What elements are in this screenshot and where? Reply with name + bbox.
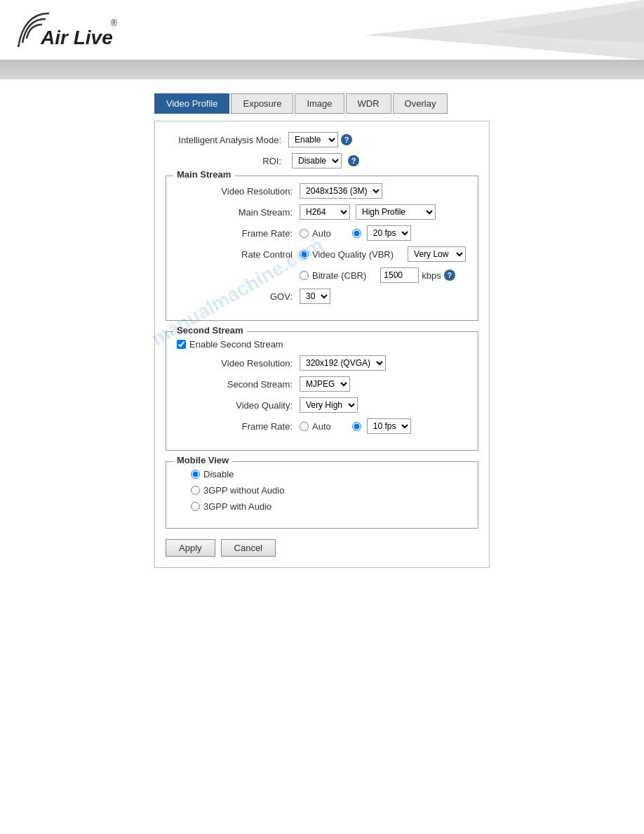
roi-select[interactable]: Disable Enable bbox=[292, 153, 342, 168]
second-stream-codec-row: Second Stream: MJPEG H264 H265 bbox=[177, 376, 467, 392]
rate-control-vbr-row: Rate Control Video Quality (VBR) Very Lo… bbox=[177, 246, 467, 262]
tab-exposure[interactable]: Exposure bbox=[231, 93, 293, 114]
main-frame-rate-auto-label: Auto bbox=[312, 228, 331, 239]
rate-control-label: Rate Control bbox=[177, 249, 300, 260]
bitrate-unit: kbps bbox=[422, 270, 441, 281]
bitrate-help-icon[interactable]: ? bbox=[444, 270, 455, 281]
main-frame-rate-fps-select[interactable]: 1 fps 5 fps 10 fps 15 fps 20 fps 25 fps … bbox=[367, 225, 411, 241]
roi-row: ROI: Disable Enable ? bbox=[166, 153, 478, 168]
tab-overlay[interactable]: Overlay bbox=[393, 93, 448, 114]
second-video-resolution-label: Video Resolution: bbox=[177, 358, 300, 369]
second-video-resolution-row: Video Resolution: 320x192 (QVGA) 640x480… bbox=[177, 355, 467, 371]
roi-help-icon[interactable]: ? bbox=[348, 155, 359, 166]
action-buttons: Apply Cancel bbox=[166, 539, 478, 557]
second-frame-rate-auto-label: Auto bbox=[312, 421, 331, 432]
second-stream-title: Second Stream bbox=[173, 325, 247, 336]
main-video-resolution-label: Video Resolution: bbox=[177, 186, 300, 197]
main-content: Intelligent Analysis Mode: Enable Disabl… bbox=[0, 114, 644, 600]
main-video-resolution-row: Video Resolution: 2048x1536 (3M) 1920x10… bbox=[177, 183, 467, 199]
main-video-resolution-select[interactable]: 2048x1536 (3M) 1920x1080 (2M) 1280x720 (… bbox=[300, 183, 382, 199]
intelligent-analysis-label: Intelligent Analysis Mode: bbox=[166, 135, 288, 145]
second-video-resolution-select[interactable]: 320x192 (QVGA) 640x480 (VGA) 1280x720 (1… bbox=[300, 355, 386, 371]
mobile-3gpp-no-audio-label: 3GPP without Audio bbox=[203, 485, 284, 496]
intelligent-analysis-select[interactable]: Enable Disable bbox=[288, 132, 338, 147]
tab-navigation: Video Profile Exposure Image WDR Overlay bbox=[0, 79, 644, 114]
second-video-quality-label: Video Quality: bbox=[177, 400, 300, 411]
main-stream-label: Main Stream: bbox=[177, 207, 300, 218]
main-stream-section: Main Stream Video Resolution: 2048x1536 … bbox=[166, 176, 478, 321]
apply-button[interactable]: Apply bbox=[166, 539, 215, 557]
main-frame-rate-auto-radio[interactable] bbox=[300, 229, 309, 238]
second-stream-codec-select[interactable]: MJPEG H264 H265 bbox=[300, 376, 350, 392]
second-frame-rate-fps-radio[interactable] bbox=[352, 422, 361, 431]
mobile-3gpp-audio-radio[interactable] bbox=[191, 502, 200, 511]
main-stream-codec-row: Main Stream: H264 H265 MJPEG High Profil… bbox=[177, 204, 467, 220]
second-video-quality-select[interactable]: Very Low Low Medium High Very High bbox=[300, 397, 358, 413]
roi-label: ROI: bbox=[166, 156, 288, 166]
gov-select[interactable]: 15 20 25 30 60 bbox=[300, 289, 330, 304]
enable-second-stream-row: Enable Second Stream bbox=[177, 339, 467, 350]
second-stream-section: Second Stream Enable Second Stream Video… bbox=[166, 331, 478, 451]
main-stream-title: Main Stream bbox=[173, 169, 234, 180]
mobile-3gpp-audio-label: 3GPP with Audio bbox=[203, 501, 271, 512]
mobile-view-title: Mobile View bbox=[173, 455, 232, 465]
main-stream-codec-select[interactable]: H264 H265 MJPEG bbox=[300, 204, 350, 220]
svg-text:®: ® bbox=[111, 18, 117, 28]
logo-svg: Air Live ® bbox=[14, 11, 154, 53]
bitrate-input[interactable] bbox=[380, 267, 419, 283]
second-frame-rate-auto-radio[interactable] bbox=[300, 422, 309, 431]
mobile-3gpp-no-audio-radio[interactable] bbox=[191, 486, 200, 495]
form-container: Intelligent Analysis Mode: Enable Disabl… bbox=[154, 121, 490, 568]
cbr-label: Bitrate (CBR) bbox=[312, 270, 366, 281]
vbr-radio[interactable] bbox=[300, 250, 309, 259]
main-frame-rate-fps-radio[interactable] bbox=[352, 229, 361, 238]
header: Air Live ® bbox=[0, 0, 644, 60]
main-stream-profile-select[interactable]: High Profile Main Profile Baseline Profi… bbox=[356, 204, 436, 220]
main-frame-rate-row: Frame Rate: Auto 1 fps 5 fps 10 fps 15 f… bbox=[177, 225, 467, 241]
logo-area: Air Live ® bbox=[14, 11, 630, 53]
gov-row: GOV: 15 20 25 30 60 bbox=[177, 289, 467, 304]
video-quality-select[interactable]: Very Low Low Medium High Very High bbox=[408, 246, 466, 262]
tab-video-profile[interactable]: Video Profile bbox=[154, 93, 229, 114]
vbr-label: Video Quality (VBR) bbox=[312, 249, 394, 260]
topbar bbox=[0, 60, 644, 79]
mobile-3gpp-audio-row: 3GPP with Audio bbox=[177, 501, 467, 512]
second-frame-rate-label: Frame Rate: bbox=[177, 421, 300, 432]
gov-label: GOV: bbox=[177, 291, 300, 302]
cancel-button[interactable]: Cancel bbox=[221, 539, 276, 557]
mobile-disable-row: Disable bbox=[177, 469, 467, 479]
mobile-disable-radio[interactable] bbox=[191, 470, 200, 479]
enable-second-stream-checkbox[interactable] bbox=[177, 340, 186, 349]
second-video-quality-row: Video Quality: Very Low Low Medium High … bbox=[177, 397, 467, 413]
mobile-3gpp-no-audio-row: 3GPP without Audio bbox=[177, 485, 467, 496]
mobile-disable-label: Disable bbox=[203, 469, 234, 479]
main-frame-rate-label: Frame Rate: bbox=[177, 228, 300, 239]
cbr-radio[interactable] bbox=[300, 271, 309, 280]
second-stream-label: Second Stream: bbox=[177, 379, 300, 390]
svg-text:Air Live: Air Live bbox=[40, 27, 113, 48]
tab-image[interactable]: Image bbox=[295, 93, 344, 114]
intelligent-analysis-help-icon[interactable]: ? bbox=[341, 134, 352, 145]
rate-control-cbr-row: Bitrate (CBR) kbps ? bbox=[177, 267, 467, 283]
tab-wdr[interactable]: WDR bbox=[346, 93, 391, 114]
top-fields: Intelligent Analysis Mode: Enable Disabl… bbox=[166, 132, 478, 168]
second-frame-rate-fps-select[interactable]: 1 fps 5 fps 10 fps 15 fps 20 fps bbox=[367, 418, 411, 434]
enable-second-stream-label: Enable Second Stream bbox=[189, 339, 283, 350]
intelligent-analysis-row: Intelligent Analysis Mode: Enable Disabl… bbox=[166, 132, 478, 147]
mobile-view-section: Mobile View Disable 3GPP without Audio bbox=[166, 461, 478, 529]
second-frame-rate-row: Frame Rate: Auto 1 fps 5 fps 10 fps 15 f… bbox=[177, 418, 467, 434]
